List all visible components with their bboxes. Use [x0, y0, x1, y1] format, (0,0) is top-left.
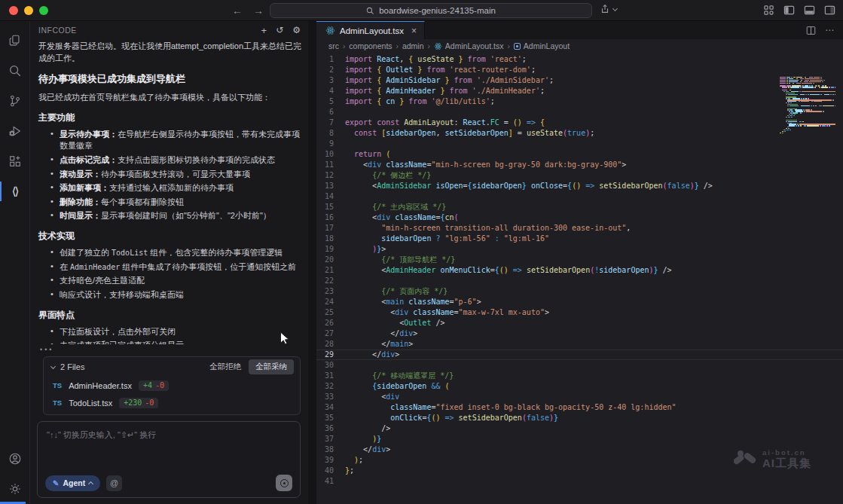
minimap-token — [786, 83, 788, 84]
code-line: 13 <AdminSidebar isOpen={sidebarOpen} on… — [316, 181, 843, 191]
minimize-window-button[interactable] — [24, 6, 33, 15]
tab-adminlayout[interactable]: AdminLayout.tsx × — [316, 21, 425, 39]
toggle-panel-icon[interactable] — [804, 5, 815, 16]
command-center-search[interactable]: boardwise-genius-24135-main — [270, 3, 592, 18]
minimap-indent — [817, 87, 817, 87]
chat-messages[interactable]: 开发服务器已经启动。现在让我使用attempt_completion工具来总结已… — [31, 39, 308, 344]
react-icon — [325, 26, 335, 35]
mouse-cursor — [279, 331, 292, 346]
more-actions-icon[interactable]: ⋯ — [825, 25, 834, 35]
files-header[interactable]: 2 Files 全部拒绝 全部采纳 — [44, 357, 300, 377]
code-line: 20 {/* 顶部导航栏 */} — [316, 255, 843, 265]
minimap-token — [820, 125, 821, 126]
line-number: 32 — [316, 381, 345, 392]
run-debug-icon[interactable] — [0, 116, 30, 146]
line-number: 2 — [316, 65, 345, 75]
zoom-window-button[interactable] — [39, 6, 48, 15]
code-text: import { Outlet } from 'react-router-dom… — [345, 65, 536, 75]
minimap-line — [780, 94, 835, 96]
minimap-indent — [795, 83, 796, 84]
input-placeholder: "↑↓" 切换历史输入, "⇧↵" 换行 — [47, 429, 156, 441]
send-record-button[interactable] — [276, 475, 292, 491]
share-button[interactable] — [600, 4, 617, 14]
extensions-icon[interactable] — [0, 146, 30, 176]
minimap-indent — [780, 117, 785, 118]
code-text: {/* 顶部导航栏 */} — [345, 255, 455, 265]
chat-bullet: •时间显示：显示事项创建时间（如"5分钟前"、"2小时前"） — [38, 210, 302, 222]
chat-settings-gear-icon[interactable]: ⚙ — [292, 25, 301, 35]
code-editor[interactable]: 1import React, { useState } from 'react'… — [316, 54, 843, 504]
code-line: 19 )}> — [316, 244, 843, 255]
minimap-token — [820, 94, 822, 95]
breadcrumb-item[interactable]: AdminLayout — [514, 41, 570, 50]
chat-bullet: •未完成事项和已完成事项分组显示 — [38, 340, 302, 344]
minimap[interactable] — [780, 77, 835, 136]
search-sidebar-icon[interactable] — [0, 56, 30, 86]
breadcrumb-item[interactable]: components — [349, 41, 392, 50]
line-number: 26 — [316, 318, 345, 328]
back-button[interactable]: ← — [232, 5, 243, 17]
minimap-indent — [799, 112, 799, 113]
code-text: {/* 移动端遮罩层 */} — [345, 371, 454, 381]
code-line: 8 const [sidebarOpen, setSidebarOpen] = … — [316, 128, 843, 139]
chat-heading: 界面特点 — [38, 309, 302, 322]
file-row[interactable]: TSAdminHeader.tsx+4-0 — [44, 377, 300, 394]
minimap-token — [819, 87, 820, 87]
toggle-secondary-sidebar-icon[interactable] — [824, 5, 835, 16]
minimap-token — [796, 125, 797, 126]
forward-button[interactable]: → — [253, 5, 264, 17]
accept-all-button[interactable]: 全部采纳 — [249, 359, 294, 374]
infcode-chat-icon[interactable]: ⟨⟩ — [0, 176, 30, 206]
code-line: 4import { AdminHeader } from './AdminHea… — [316, 86, 843, 96]
breadcrumb-item[interactable]: admin — [402, 41, 424, 50]
code-text: </div> — [345, 350, 399, 360]
more-indicator[interactable]: ••• — [31, 344, 308, 356]
chevron-down-icon — [612, 5, 618, 11]
command-center-layout-icon[interactable] — [763, 5, 774, 16]
minimap-token — [829, 125, 830, 126]
close-window-button[interactable] — [9, 6, 18, 15]
editor-group: AdminLayout.tsx × ⋯ src›components›admin… — [316, 21, 843, 504]
removed-count: -0 — [145, 399, 154, 407]
split-editor-icon[interactable] — [806, 26, 816, 35]
code-line: 32 {sidebarOpen && ( — [316, 381, 843, 392]
source-control-icon[interactable] — [0, 86, 30, 116]
settings-gear-icon[interactable] — [0, 474, 30, 504]
mention-button[interactable]: @ — [106, 475, 122, 491]
breadcrumb-separator: › — [507, 42, 509, 50]
code-line: 35 onClick={() => setSidebarOpen(false)} — [316, 413, 843, 423]
toggle-sidebar-icon[interactable] — [783, 5, 795, 16]
close-tab-icon[interactable]: × — [411, 26, 417, 36]
minimap-indent — [823, 94, 823, 95]
panel-resize-handle[interactable] — [308, 21, 316, 504]
line-number: 37 — [316, 434, 345, 444]
line-number: 33 — [316, 392, 345, 402]
breadcrumb-item[interactable]: AdminLayout.tsx — [434, 41, 504, 50]
bullet-icon: • — [50, 274, 53, 286]
reject-all-button[interactable]: 全部拒绝 — [209, 362, 241, 372]
code-text: <main className="p-6"> — [345, 297, 481, 307]
minimap-token — [830, 94, 832, 95]
new-chat-icon[interactable]: + — [261, 25, 267, 36]
breadcrumb-item[interactable]: src — [328, 41, 339, 50]
code-line: 11 <div className="min-h-screen bg-gray-… — [316, 160, 843, 170]
chat-list: •显示待办事项：在导航栏右侧显示待办事项按钮，带有未完成事项数量徽章•点击标记完… — [38, 129, 302, 222]
added-count: +230 — [124, 399, 142, 407]
line-number: 1 — [316, 54, 345, 65]
agent-mode-button[interactable]: ✎ Agent — [45, 475, 100, 491]
file-row[interactable]: TSTodoList.tsx+230-0 — [44, 394, 300, 411]
explorer-icon[interactable] — [0, 26, 30, 56]
minimap-token — [799, 121, 802, 122]
minimap-token — [788, 87, 790, 87]
minimap-line — [780, 87, 835, 88]
layout-controls — [763, 5, 835, 16]
line-number: 14 — [316, 191, 345, 202]
history-icon[interactable]: ↺ — [276, 25, 283, 35]
account-icon[interactable] — [0, 444, 30, 474]
breadcrumb-separator: › — [396, 42, 399, 50]
minimap-token — [798, 125, 799, 126]
chat-panel-header: INFCODE + ↺ ⚙ — [31, 21, 308, 39]
line-number: 31 — [316, 371, 345, 381]
minimap-token — [811, 105, 812, 106]
chat-input[interactable]: "↑↓" 切换历史输入, "⇧↵" 换行 ✎ Agent @ — [37, 421, 301, 498]
